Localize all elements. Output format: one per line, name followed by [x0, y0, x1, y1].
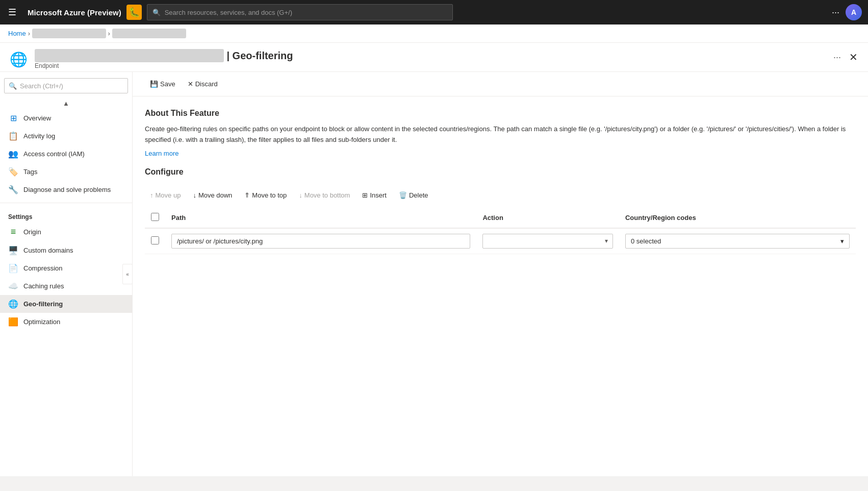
geo-filtering-icon: 🌐	[8, 299, 18, 309]
table-header-path: Path	[165, 208, 476, 228]
caching-rules-icon: ☁️	[8, 281, 18, 291]
configure-title: Configure	[145, 167, 856, 177]
breadcrumb-sep-2: ›	[108, 30, 110, 37]
discard-label: Discard	[195, 80, 218, 88]
move-up-label: Move up	[156, 191, 181, 199]
country-region-chevron: ▾	[840, 237, 844, 245]
page-header-actions: ··· ✕	[831, 49, 860, 71]
nav-right: ··· A	[832, 4, 862, 20]
feature-title: About This Feature	[145, 109, 856, 118]
diagnose-icon: 🔧	[8, 185, 18, 194]
main-toolbar: 💾 Save ✕ Discard	[133, 72, 868, 96]
compression-icon: 📄	[8, 263, 18, 273]
page-title-suffix: | Geo-filtering	[226, 50, 293, 61]
settings-section-title: Settings	[0, 207, 132, 223]
origin-icon: ≡	[8, 227, 18, 237]
sidebar-item-tags[interactable]: 🏷️ Tags	[0, 163, 132, 181]
move-up-button[interactable]: ↑ Move up	[145, 189, 186, 202]
sidebar-search[interactable]: 🔍	[4, 78, 128, 93]
global-search-bar[interactable]: 🔍	[147, 4, 453, 20]
page-subtitle: Endpoint	[35, 62, 825, 69]
close-button[interactable]: ✕	[847, 49, 860, 65]
sidebar-item-overview[interactable]: ⊞ Overview	[0, 109, 132, 127]
search-icon: 🔍	[152, 9, 161, 16]
sidebar-divider	[0, 203, 132, 203]
sidebar-item-custom-domains[interactable]: 🖥️ Custom domains	[0, 241, 132, 259]
country-region-select[interactable]: 0 selected ▾	[625, 234, 850, 249]
sidebar-item-caching-rules-label: Caching rules	[23, 282, 64, 290]
move-to-bottom-label: Move to bottom	[304, 191, 350, 199]
sidebar-item-access-control[interactable]: 👥 Access control (IAM)	[0, 145, 132, 163]
action-select[interactable]: Allow Block	[482, 234, 613, 249]
hamburger-icon[interactable]: ☰	[6, 5, 18, 20]
breadcrumb-home[interactable]: Home	[8, 30, 26, 37]
insert-label: Insert	[370, 191, 387, 199]
insert-icon: ⊞	[362, 191, 368, 199]
page-header: 🌐 blurred-resource-name-long-endpoint | …	[0, 43, 868, 72]
learn-more-link[interactable]: Learn more	[145, 150, 178, 157]
table-toolbar: ↑ Move up ↓ Move down ⇑ Move to top ↓ Mo…	[145, 185, 856, 206]
action-select-wrapper: Allow Block ▾	[482, 234, 613, 249]
page-title-block: blurred-resource-name-long-endpoint | Ge…	[35, 49, 825, 69]
move-to-top-icon: ⇑	[244, 191, 250, 199]
sidebar-item-access-control-label: Access control (IAM)	[23, 150, 85, 158]
geo-filter-table: Path Action Country/Region codes	[145, 208, 856, 254]
path-input[interactable]	[171, 234, 470, 249]
global-search-input[interactable]	[165, 9, 447, 16]
sidebar-collapse-button[interactable]: «	[122, 264, 133, 284]
sidebar-item-tags-label: Tags	[23, 168, 37, 176]
top-nav: ☰ Microsoft Azure (Preview) 🐛 🔍 ··· A	[0, 0, 868, 24]
more-icon-button[interactable]: ···	[831, 50, 843, 65]
tags-icon: 🏷️	[8, 167, 18, 177]
optimization-icon: 🟧	[8, 317, 18, 327]
sidebar-item-diagnose-label: Diagnose and solve problems	[23, 186, 111, 193]
move-up-icon: ↑	[150, 191, 154, 199]
insert-button[interactable]: ⊞ Insert	[357, 189, 392, 202]
move-down-button[interactable]: ↓ Move down	[188, 189, 237, 202]
breadcrumb-sep-1: ›	[28, 30, 30, 37]
row-path-cell[interactable]	[165, 228, 476, 254]
bug-icon[interactable]: 🐛	[126, 5, 142, 20]
content-area: 💾 Save ✕ Discard About This Feature Crea…	[133, 72, 868, 476]
discard-button[interactable]: ✕ Discard	[183, 77, 223, 91]
sidebar-item-origin[interactable]: ≡ Origin	[0, 223, 132, 241]
sidebar-item-custom-domains-label: Custom domains	[23, 247, 73, 254]
activity-log-icon: 📋	[8, 131, 18, 141]
more-options-icon[interactable]: ···	[832, 7, 839, 18]
row-action-cell[interactable]: Allow Block ▾	[476, 228, 619, 254]
azure-title: Microsoft Azure (Preview)	[28, 8, 121, 17]
sidebar: 🔍 ▲ ⊞ Overview 📋 Activity log 👥 Access c…	[0, 72, 133, 476]
delete-button[interactable]: 🗑️ Delete	[394, 189, 433, 202]
table-header-country-region: Country/Region codes	[619, 208, 856, 228]
sidebar-item-geo-filtering[interactable]: 🌐 Geo-filtering	[0, 295, 132, 313]
sidebar-item-compression[interactable]: 📄 Compression	[0, 259, 132, 277]
row-checkbox[interactable]	[151, 236, 159, 244]
row-country-region-cell[interactable]: 0 selected ▾	[619, 228, 856, 254]
move-down-icon: ↓	[193, 191, 196, 199]
sidebar-item-origin-label: Origin	[23, 228, 41, 236]
save-label: Save	[160, 80, 175, 88]
breadcrumb-item-1: blurred-resource-path-1	[32, 29, 106, 38]
custom-domains-icon: 🖥️	[8, 245, 18, 255]
overview-icon: ⊞	[8, 113, 18, 123]
move-to-bottom-button[interactable]: ↓ Move to bottom	[294, 189, 355, 202]
sidebar-item-optimization[interactable]: 🟧 Optimization	[0, 313, 132, 331]
breadcrumb: Home › blurred-resource-path-1 › blurred…	[0, 24, 868, 43]
save-button[interactable]: 💾 Save	[145, 77, 181, 91]
sidebar-item-activity-log[interactable]: 📋 Activity log	[0, 127, 132, 145]
sidebar-search-input[interactable]	[20, 82, 123, 90]
sidebar-item-caching-rules[interactable]: ☁️ Caching rules	[0, 277, 132, 295]
sidebar-item-diagnose[interactable]: 🔧 Diagnose and solve problems	[0, 181, 132, 199]
country-region-value: 0 selected	[631, 237, 661, 245]
table-row: Allow Block ▾ 0 selected ▾	[145, 228, 856, 254]
sidebar-item-activity-log-label: Activity log	[23, 132, 55, 140]
sidebar-scroll-up[interactable]: ▲	[0, 97, 132, 109]
feature-section: About This Feature Create geo-filtering …	[133, 96, 868, 254]
table-header-checkbox-cell	[145, 208, 165, 228]
move-to-top-button[interactable]: ⇑ Move to top	[239, 189, 292, 202]
move-to-top-label: Move to top	[252, 191, 287, 199]
move-down-label: Move down	[198, 191, 232, 199]
user-avatar[interactable]: A	[846, 4, 862, 20]
delete-icon: 🗑️	[399, 191, 407, 199]
select-all-checkbox[interactable]	[151, 213, 159, 221]
